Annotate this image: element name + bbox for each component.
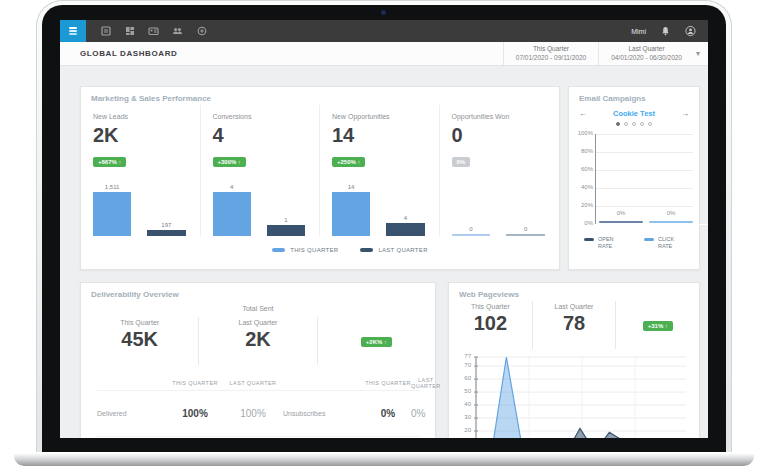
avatar-icon[interactable] — [685, 26, 696, 37]
click-rate-swatch — [644, 238, 654, 241]
metric-label: New Leads — [93, 113, 200, 120]
card-title: Web Pageviews — [449, 283, 699, 299]
campaign-carousel: ← Cookie Test → — [569, 103, 699, 118]
contact-card-icon[interactable] — [148, 26, 159, 37]
prev-arrow-icon[interactable]: ← — [579, 109, 587, 118]
metric-value: 0 — [452, 125, 560, 146]
metric-new-opportunities: New Opportunities 14 +250% ↑ 14 4 — [320, 105, 440, 237]
add-circle-icon[interactable] — [196, 26, 207, 37]
pv-gutter: 7770605040302010 — [457, 355, 473, 438]
metric-bar-chart: 0 0 — [452, 180, 560, 236]
summary-badge-col: +31% ↑ — [616, 301, 699, 349]
open-rate-line — [599, 221, 643, 223]
carousel-dot[interactable] — [640, 122, 644, 126]
bar-value-label: 0 — [524, 226, 527, 232]
email-campaigns-card: Email Campaigns ← Cookie Test → 0% 0% 10… — [568, 86, 700, 270]
bell-icon[interactable] — [660, 26, 671, 37]
this-quarter-range: 07/01/2020 - 09/11/2020 — [516, 54, 586, 61]
card-title: Email Campaigns — [569, 87, 699, 103]
metric-label: Conversions — [213, 113, 320, 120]
dashboard-screen: Mimi GLOBAL DASHBOARD This Quarter 07/01… — [60, 20, 708, 438]
carousel-dot[interactable] — [624, 122, 628, 126]
app-logo[interactable] — [60, 20, 86, 42]
metric-value: 2K — [93, 125, 200, 146]
metric-new-leads: New Leads 2K +667% ↑ 1,511 197 — [81, 105, 201, 237]
metric-bar-chart: 4 1 — [213, 180, 320, 236]
metric-label: Opportunities Won — [452, 113, 560, 120]
laptop-mockup: Mimi GLOBAL DASHBOARD This Quarter 07/01… — [0, 0, 768, 467]
change-badge: +250% ↑ — [332, 157, 365, 167]
bar-value-label: 0 — [469, 226, 472, 232]
last-quarter-bar — [267, 225, 305, 236]
top-nav-bar: Mimi — [60, 20, 708, 42]
user-menu[interactable]: Mimi — [631, 28, 646, 35]
change-badge: +31% ↑ — [643, 321, 673, 331]
open-rate-swatch — [584, 238, 594, 241]
dashboard-grid-icon[interactable] — [124, 26, 135, 37]
list-icon[interactable] — [100, 26, 111, 37]
y-axis-tick: 77 — [455, 353, 471, 359]
last-quarter-label: Last Quarter — [611, 45, 682, 52]
pv-plot — [474, 355, 686, 438]
bar-value-label: 1 — [284, 217, 287, 223]
y-axis-tick: 20% — [572, 202, 593, 208]
summary-this-quarter: This Quarter 45K — [81, 317, 198, 365]
y-axis-tick: 30 — [455, 414, 471, 420]
metric-label: New Opportunities — [332, 113, 439, 120]
carousel-dot[interactable] — [616, 122, 620, 126]
chevron-down-icon[interactable]: ▾ — [694, 49, 708, 58]
last-quarter-bar — [506, 234, 545, 236]
table-header-row: THIS QUARTER LAST QUARTER THIS QUARTER L… — [97, 375, 419, 391]
webcam-dot — [381, 10, 386, 15]
change-badge: +2K% ↑ — [361, 337, 392, 347]
bar-value-label: 4 — [404, 215, 407, 221]
card-title: Marketing & Sales Performance — [81, 87, 559, 103]
last-quarter-bar — [147, 230, 185, 236]
campaign-name-link[interactable]: Cookie Test — [613, 109, 655, 118]
this-quarter-swatch — [272, 248, 285, 252]
col-header: THIS QUARTER — [167, 380, 223, 386]
deliverability-summary: Total Sent This Quarter 45K Last Quarter… — [81, 301, 435, 367]
summary-this-quarter: This Quarter 102 — [449, 301, 532, 349]
legend-label: LAST QUARTER — [378, 247, 427, 253]
dashboard-body: Marketing & Sales Performance New Leads … — [60, 66, 708, 438]
col-header: LAST QUARTER — [411, 377, 441, 389]
deliverability-table: THIS QUARTER LAST QUARTER THIS QUARTER L… — [97, 375, 419, 438]
card-title: Deliverability Overview — [81, 283, 435, 299]
metric-value: 14 — [332, 125, 439, 146]
open-rate-value: 0% — [617, 210, 626, 216]
change-badge: 0% — [452, 157, 471, 167]
pageviews-summary: This Quarter 102 Last Quarter 78 +31% ↑ — [449, 299, 699, 351]
y-axis-tick: 50 — [455, 388, 471, 394]
people-icon[interactable] — [172, 26, 183, 37]
metric-bar-chart: 1,511 197 — [93, 180, 200, 236]
metric-conversions: Conversions 4 +300% ↑ 4 1 — [201, 105, 321, 237]
click-rate-line — [649, 221, 693, 223]
col-header: THIS QUARTER — [365, 380, 411, 386]
last-quarter-selector[interactable]: Last Quarter 04/01/2020 - 06/30/2020 — [598, 42, 694, 65]
email-legend: OPEN RATE CLICK RATE — [569, 236, 699, 249]
y-axis-tick: 0% — [572, 220, 593, 226]
col-header: LAST QUARTER — [223, 380, 283, 386]
total-sent-label: Total Sent — [198, 305, 318, 312]
last-quarter-swatch — [360, 248, 373, 252]
bar-value-label: 1,511 — [105, 184, 120, 190]
this-quarter-selector[interactable]: This Quarter 07/01/2020 - 09/11/2020 — [503, 42, 598, 65]
last-quarter-range: 04/01/2020 - 06/30/2020 — [611, 54, 682, 61]
metric-bar-chart: 14 4 — [332, 180, 439, 236]
this-quarter-bar — [452, 234, 491, 236]
page-header: GLOBAL DASHBOARD This Quarter 07/01/2020… — [60, 42, 708, 66]
y-axis-tick: 70 — [455, 362, 471, 368]
click-rate-value: 0% — [667, 210, 676, 216]
carousel-dot[interactable] — [632, 122, 636, 126]
this-quarter-bar — [332, 192, 370, 236]
web-pageviews-card: Web Pageviews This Quarter 102 Last Quar… — [448, 282, 700, 438]
carousel-dot[interactable] — [648, 122, 652, 126]
y-axis-tick: 100% — [572, 130, 593, 136]
y-axis-tick: 80% — [572, 148, 593, 154]
bar-value-label: 4 — [230, 184, 233, 190]
next-arrow-icon[interactable]: → — [681, 109, 689, 118]
table-row: Bounced 0% 0% Rejected 0.2% 5% — [97, 437, 419, 438]
bar-value-label: 14 — [348, 184, 355, 190]
legend-label: OPEN RATE — [598, 236, 624, 249]
